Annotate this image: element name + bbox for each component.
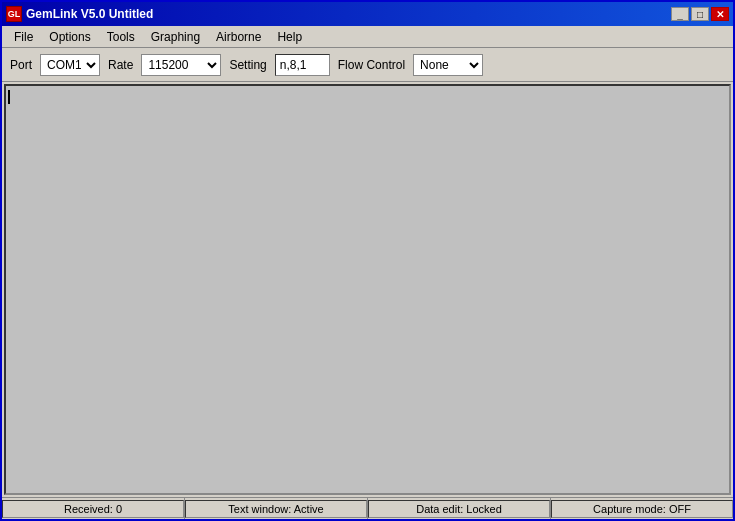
menu-help[interactable]: Help [269,26,310,47]
window-title: GemLink V5.0 Untitled [26,7,153,21]
flow-control-label: Flow Control [338,58,405,72]
maximize-button[interactable]: □ [691,7,709,21]
status-bar: Received: 0 Text window: Active Data edi… [2,497,733,519]
menu-options[interactable]: Options [41,26,98,47]
rate-label: Rate [108,58,133,72]
menu-airborne[interactable]: Airborne [208,26,269,47]
close-button[interactable]: ✕ [711,7,729,21]
app-icon: GL [6,6,22,22]
status-received: Received: 0 [2,498,185,519]
setting-label: Setting [229,58,266,72]
status-text-window: Text window: Active [185,498,368,519]
status-capture-mode: Capture mode: OFF [551,498,733,519]
title-buttons: _ □ ✕ [671,7,729,21]
port-label: Port [10,58,32,72]
port-select[interactable]: COM1 COM2 COM3 COM4 [40,54,100,76]
menu-tools[interactable]: Tools [99,26,143,47]
title-bar: GL GemLink V5.0 Untitled _ □ ✕ [2,2,733,26]
status-data-edit: Data edit: Locked [368,498,551,519]
toolbar: Port COM1 COM2 COM3 COM4 Rate 9600 19200… [2,48,733,82]
main-window: GL GemLink V5.0 Untitled _ □ ✕ File Opti… [0,0,735,521]
menu-file[interactable]: File [6,26,41,47]
menu-graphing[interactable]: Graphing [143,26,208,47]
setting-input[interactable] [275,54,330,76]
flow-control-select[interactable]: None RTS/CTS XON/XOFF [413,54,483,76]
minimize-button[interactable]: _ [671,7,689,21]
rate-select[interactable]: 9600 19200 38400 57600 115200 [141,54,221,76]
main-content-area[interactable] [4,84,731,495]
text-cursor [8,90,10,104]
title-bar-left: GL GemLink V5.0 Untitled [6,6,153,22]
menu-bar: File Options Tools Graphing Airborne Hel… [2,26,733,48]
